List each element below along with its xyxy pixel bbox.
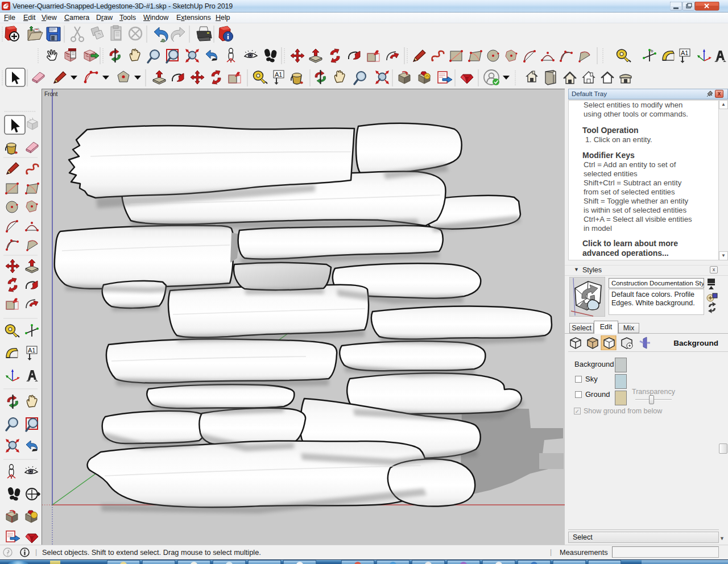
svg-text:Front: Front [44,91,58,97]
svg-text:b: b [651,48,653,53]
